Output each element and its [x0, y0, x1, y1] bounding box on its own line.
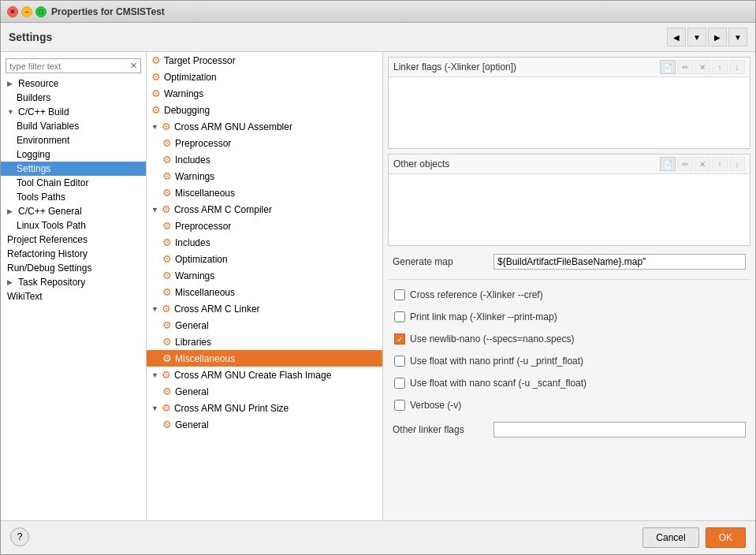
cancel-button[interactable]: Cancel [642, 527, 698, 548]
middle-panel: ⚙ Target Processor ⚙ Optimization ⚙ Warn… [147, 52, 383, 520]
mid-item-asm-warnings[interactable]: ⚙ Warnings [147, 168, 382, 184]
mid-item-label: General [175, 419, 209, 430]
tool-icon: ⚙ [162, 336, 172, 348]
mid-item-target-proc[interactable]: ⚙ Target Processor [147, 52, 382, 69]
mid-item-warnings[interactable]: ⚙ Warnings [147, 85, 382, 102]
sidebar-item-label: Tool Chain Editor [17, 177, 88, 188]
sidebar-item-wikitext[interactable]: WikiText [1, 289, 146, 304]
mid-item-cc-optimization[interactable]: ⚙ Optimization [147, 251, 382, 267]
sidebar-item-resource[interactable]: ▶ Resource [1, 76, 146, 91]
mid-item-linker-misc[interactable]: ⚙ Miscellaneous [147, 350, 382, 367]
mid-item-label: Includes [175, 155, 210, 166]
sidebar-item-builders[interactable]: Builders [1, 91, 146, 105]
tool-icon: ⚙ [162, 386, 172, 397]
float-scanf-checkbox[interactable] [394, 378, 405, 389]
other-objects-buttons: 📄 ✏ ✕ ↑ ↓ [660, 157, 745, 171]
sidebar-item-task-repo[interactable]: ▶ Task Repository [1, 275, 146, 289]
dialog-title: Settings [9, 31, 52, 43]
mid-item-optimization[interactable]: ⚙ Optimization [147, 69, 382, 85]
linker-flags-edit-button[interactable]: ✏ [677, 60, 693, 74]
tool-icon: ⚙ [162, 220, 172, 232]
checkbox-float-scanf: Use float with nano scanf (-u _scanf_flo… [388, 374, 750, 392]
other-objects-down-button[interactable]: ↓ [729, 157, 745, 171]
other-objects-delete-button[interactable]: ✕ [695, 157, 710, 171]
sidebar-item-build-vars[interactable]: Build Variables [1, 119, 146, 133]
float-printf-checkbox[interactable] [394, 356, 405, 367]
sidebar-item-refactoring[interactable]: Refactoring History [1, 247, 146, 261]
expand-icon: ▼ [151, 404, 158, 412]
mid-item-asm-includes[interactable]: ⚙ Includes [147, 151, 382, 168]
other-objects-add-button[interactable]: 📄 [660, 157, 676, 171]
mid-item-print-general[interactable]: ⚙ General [147, 416, 382, 433]
linker-flags-delete-button[interactable]: ✕ [695, 60, 710, 74]
other-objects-up-button[interactable]: ↑ [712, 157, 728, 171]
sidebar-item-logging[interactable]: Logging [1, 147, 146, 162]
float-scanf-label: Use float with nano scanf (-u _scanf_flo… [410, 378, 587, 389]
right-panel: Linker flags (-Xlinker [option]) 📄 ✏ ✕ ↑… [383, 52, 755, 520]
verbose-checkbox[interactable] [394, 400, 405, 411]
filter-input[interactable] [9, 61, 130, 71]
sidebar-item-label: Build Variables [17, 121, 79, 132]
sidebar-item-label: Builders [17, 92, 50, 103]
mid-item-asm-misc[interactable]: ⚙ Miscellaneous [147, 184, 382, 201]
tool-icon: ⚙ [162, 352, 172, 364]
sidebar-item-project-refs[interactable]: Project References [1, 233, 146, 247]
nav-back-dropdown[interactable]: ▼ [687, 28, 706, 47]
mid-item-cross-c-compiler[interactable]: ▼ ⚙ Cross ARM C Compiler [147, 201, 382, 218]
other-linker-flags-input[interactable] [493, 422, 746, 438]
filter-clear-icon[interactable]: ✕ [130, 61, 137, 71]
verbose-label: Verbose (-v) [410, 400, 461, 411]
sidebar-item-run-debug[interactable]: Run/Debug Settings [1, 261, 146, 275]
sidebar-item-environment[interactable]: Environment [1, 133, 146, 147]
minimize-button[interactable]: − [21, 6, 32, 17]
sidebar-item-tool-chain[interactable]: Tool Chain Editor [1, 176, 146, 190]
mid-item-label: Miscellaneous [175, 188, 235, 199]
mid-item-cross-flash[interactable]: ▼ ⚙ Cross ARM GNU Create Flash Image [147, 367, 382, 383]
mid-item-label: Libraries [175, 337, 211, 348]
cross-ref-checkbox[interactable] [394, 289, 405, 300]
other-linker-flags-row: Other linker flags [388, 419, 750, 441]
sidebar-item-settings[interactable]: Settings [1, 162, 146, 176]
linker-flags-add-button[interactable]: 📄 [660, 60, 676, 74]
checkbox-verbose: Verbose (-v) [388, 397, 750, 414]
newlib-nano-label: Use newlib-nano (--specs=nano.specs) [410, 333, 574, 345]
maximize-button[interactable]: □ [35, 6, 47, 17]
sidebar-item-cpp-general[interactable]: ▶ C/C++ General [1, 204, 146, 218]
linker-flags-down-button[interactable]: ↓ [729, 60, 745, 74]
mid-item-cross-print[interactable]: ▼ ⚙ Cross ARM GNU Print Size [147, 400, 382, 416]
tool-icon: ⚙ [162, 270, 172, 281]
ok-button[interactable]: OK [706, 527, 746, 548]
sidebar-item-label: C/C++ Build [18, 106, 69, 117]
main-window: ✕ − □ Properties for CMSISTest Settings … [0, 0, 756, 555]
help-button[interactable]: ? [10, 527, 29, 546]
mid-item-asm-preprocessor[interactable]: ⚙ Preprocessor [147, 135, 382, 151]
newlib-nano-checkbox-icon[interactable]: ✓ [394, 333, 405, 345]
mid-item-flash-general[interactable]: ⚙ General [147, 383, 382, 400]
generate-map-input[interactable] [493, 254, 746, 270]
mid-item-linker-general[interactable]: ⚙ General [147, 317, 382, 333]
float-printf-label: Use float with nano printf (-u _printf_f… [410, 356, 583, 367]
sidebar-item-tools-paths[interactable]: Tools Paths [1, 190, 146, 204]
mid-item-debugging[interactable]: ⚙ Debugging [147, 102, 382, 118]
mid-item-cross-c-linker[interactable]: ▼ ⚙ Cross ARM C Linker [147, 300, 382, 317]
nav-forward-button[interactable]: ▶ [708, 28, 727, 47]
mid-item-cc-includes[interactable]: ⚙ Includes [147, 234, 382, 251]
checkbox-print-map: Print link map (-Xlinker --print-map) [388, 308, 750, 326]
close-button[interactable]: ✕ [7, 6, 18, 17]
nav-forward-dropdown[interactable]: ▼ [728, 28, 747, 47]
mid-item-cross-asm[interactable]: ▼ ⚙ Cross ARM GNU Assembler [147, 118, 382, 135]
tool-icon: ⚙ [162, 154, 172, 166]
mid-item-cc-preprocessor[interactable]: ⚙ Preprocessor [147, 218, 382, 234]
mid-item-cc-misc[interactable]: ⚙ Miscellaneous [147, 284, 382, 300]
mid-item-linker-libs[interactable]: ⚙ Libraries [147, 333, 382, 350]
sidebar-item-linux-tools[interactable]: Linux Tools Path [1, 218, 146, 233]
expand-icon: ▼ [151, 123, 158, 131]
sidebar-item-label: Logging [17, 149, 50, 160]
sidebar-item-cpp-build[interactable]: ▼ C/C++ Build [1, 105, 146, 119]
mid-item-cc-warnings[interactable]: ⚙ Warnings [147, 267, 382, 284]
nav-back-button[interactable]: ◀ [667, 28, 686, 47]
print-map-checkbox[interactable] [394, 311, 405, 322]
linker-flags-up-button[interactable]: ↑ [712, 60, 728, 74]
other-objects-edit-button[interactable]: ✏ [677, 157, 693, 171]
sidebar: ✕ ▶ Resource Builders ▼ C/C++ Build Buil… [1, 52, 147, 520]
